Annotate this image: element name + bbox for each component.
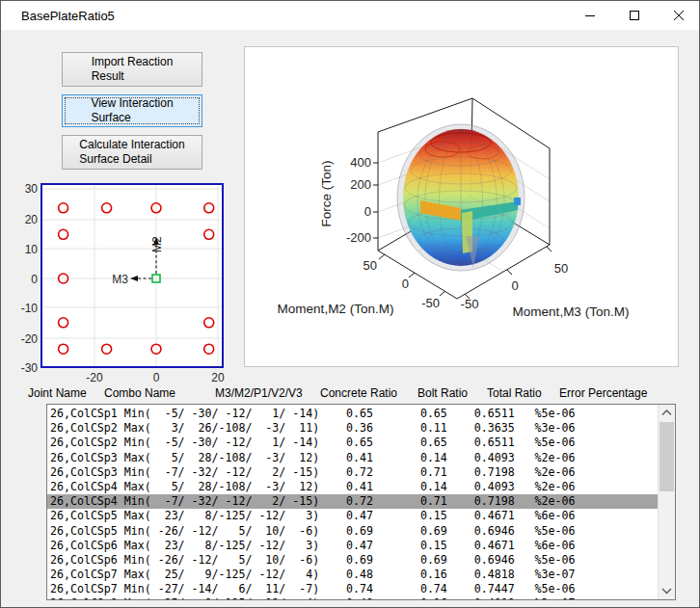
button-label: View Interaction xyxy=(91,96,173,110)
list-item[interactable]: 26,ColCSp8 Max( 25/ 9/-125/ -12/ 4) 0.48… xyxy=(47,596,658,600)
calculate-interaction-surface-detail-button[interactable]: Calculate Interaction Surface Detail xyxy=(62,135,202,170)
import-reaction-result-button[interactable]: Import Reaction Result xyxy=(62,52,202,87)
header-error-percentage: Error Percentage xyxy=(559,386,647,400)
list-item[interactable]: 26,ColCSp5 Max( 23/ 8/-125/ -12/ 3) 0.47… xyxy=(47,509,658,523)
app-window: BasePlateRatio5 Import Reaction Result V… xyxy=(0,0,700,608)
svg-text:10: 10 xyxy=(25,243,39,256)
list-item[interactable]: 26,ColCSp7 Max( 25/ 9/-125/ -12/ 4) 0.48… xyxy=(47,568,658,582)
maximize-button[interactable] xyxy=(612,1,657,30)
list-item[interactable]: 26,ColCSp2 Max( 3/ 26/-108/ -3/ 11) 0.36… xyxy=(47,421,658,436)
list-item[interactable]: 26,ColCSp1 Min( -5/ -30/ -12/ 1/ -14) 0.… xyxy=(47,407,658,421)
y-axis-ticks-2d: 30 20 10 0 -10 -20 -30 xyxy=(21,182,39,375)
close-icon xyxy=(673,10,685,21)
svg-text:30: 30 xyxy=(25,182,39,196)
z-axis-label: Force (Ton) xyxy=(319,160,334,226)
svg-text:0: 0 xyxy=(153,371,160,384)
svg-text:-30: -30 xyxy=(21,361,39,375)
m3-arrow-label: M3 xyxy=(112,273,128,286)
header-bolt-ratio: Bolt Ratio xyxy=(417,386,468,400)
svg-text:-20: -20 xyxy=(86,371,103,384)
chevron-up-icon xyxy=(661,410,672,416)
svg-text:-200: -200 xyxy=(346,230,371,245)
interaction-surface xyxy=(397,124,525,271)
window-title: BasePlateRatio5 xyxy=(21,9,115,23)
results-list[interactable]: 26,ColCSp1 Min( -5/ -30/ -12/ 1/ -14) 0.… xyxy=(46,404,676,600)
list-item[interactable]: 26,ColCSp3 Min( -7/ -32/ -12/ 2/ -15) 0.… xyxy=(47,465,658,480)
svg-text:0: 0 xyxy=(402,277,409,291)
maximize-icon xyxy=(629,10,640,21)
svg-text:0: 0 xyxy=(364,204,371,219)
button-label: Surface Detail xyxy=(79,152,151,166)
svg-text:0: 0 xyxy=(31,273,38,286)
list-item[interactable]: 26,ColCSp4 Min( -7/ -32/ -12/ 2/ -15) 0.… xyxy=(47,494,658,509)
button-label: Surface xyxy=(91,111,130,124)
minimize-button[interactable] xyxy=(568,1,612,30)
interaction-surface-plot: 400 200 0 -200 Force (Ton) 50 0 -50 Mome… xyxy=(244,46,679,367)
minimize-icon xyxy=(584,10,596,21)
svg-text:-50: -50 xyxy=(461,297,479,311)
list-item[interactable]: 26,ColCSp6 Max( 23/ 8/-125/ -12/ 3) 0.47… xyxy=(47,539,658,553)
svg-text:-50: -50 xyxy=(421,296,440,310)
scroll-up-button[interactable] xyxy=(659,405,675,421)
bolt-layout-plot: M2 M3 30 20 10 0 -10 -20 -30 -20 0 20 xyxy=(11,177,232,386)
list-item[interactable]: 26,ColCSp5 Min( -26/ -12/ 5/ 10/ -6) 0.6… xyxy=(47,524,658,539)
header-total-ratio: Total Ratio xyxy=(487,386,542,400)
svg-text:200: 200 xyxy=(350,177,371,192)
x-axis-ticks-2d: -20 0 20 xyxy=(86,371,225,384)
m2-arrow-label: M2 xyxy=(150,236,164,252)
header-concrete-ratio: Concrete Ratio xyxy=(320,386,397,400)
m3-axis-label: Moment,M3 (Ton.M) xyxy=(513,304,630,319)
list-item[interactable]: 26,ColCSp4 Max( 5/ 28/-108/ -3/ 12) 0.41… xyxy=(47,480,658,494)
svg-text:0: 0 xyxy=(511,278,518,293)
header-m3m2p1v2v3: M3/M2/P1/V2/V3 xyxy=(215,386,303,400)
view-interaction-surface-button[interactable]: View Interaction Surface xyxy=(62,94,202,127)
scroll-down-button[interactable] xyxy=(659,583,675,599)
header-joint-name: Joint Name xyxy=(28,386,87,400)
svg-text:-10: -10 xyxy=(21,302,39,315)
svg-text:400: 400 xyxy=(350,155,371,170)
list-item[interactable]: 26,ColCSp3 Max( 5/ 28/-108/ -3/ 12) 0.41… xyxy=(47,451,658,465)
vertical-scrollbar[interactable] xyxy=(658,405,675,599)
list-item[interactable]: 26,ColCSp7 Min( -27/ -14/ 6/ 11/ -7) 0.7… xyxy=(47,582,658,596)
results-rows: 26,ColCSp1 Min( -5/ -30/ -12/ 1/ -14) 0.… xyxy=(47,407,658,600)
svg-text:50: 50 xyxy=(554,261,568,276)
button-label: Result xyxy=(92,69,124,83)
titlebar: BasePlateRatio5 xyxy=(1,1,699,30)
chevron-down-icon xyxy=(661,588,672,595)
scrollbar-thumb[interactable] xyxy=(660,422,674,491)
svg-text:50: 50 xyxy=(363,258,377,273)
header-combo-name: Combo Name xyxy=(104,386,175,400)
button-label: Import Reaction xyxy=(92,55,174,68)
svg-text:-20: -20 xyxy=(21,332,39,346)
m2-axis-label: Moment,M2 (Ton.M) xyxy=(278,302,394,316)
z-axis-ticks: 400 200 0 -200 xyxy=(346,155,371,245)
svg-text:20: 20 xyxy=(25,213,39,226)
list-item[interactable]: 26,ColCSp2 Min( -5/ -30/ -12/ 1/ -14) 0.… xyxy=(47,436,658,450)
list-item[interactable]: 26,ColCSp6 Min( -26/ -12/ 5/ 10/ -6) 0.6… xyxy=(47,553,658,568)
button-label: Calculate Interaction xyxy=(79,138,184,151)
close-button[interactable] xyxy=(657,1,700,30)
svg-text:20: 20 xyxy=(211,371,225,384)
